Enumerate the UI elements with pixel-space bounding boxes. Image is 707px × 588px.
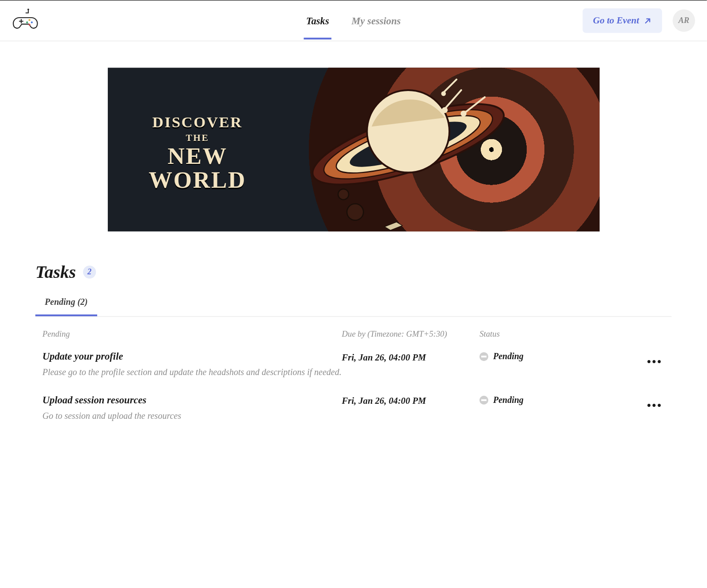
tasks-subtabs: Pending (2) xyxy=(35,292,672,317)
svg-point-0 xyxy=(27,8,29,10)
tab-tasks[interactable]: Tasks xyxy=(304,2,331,39)
task-description: Go to session and upload the resources xyxy=(42,410,342,422)
col-due: Due by (Timezone: GMT+5:30) xyxy=(342,330,480,339)
banner-line-4: WORLD xyxy=(149,166,247,194)
col-status: Status xyxy=(479,330,617,339)
task-title: Update your profile xyxy=(42,351,342,363)
task-row-menu[interactable]: ••• xyxy=(644,351,664,373)
event-banner: DISCOVER THE NEW WORLD xyxy=(107,68,599,231)
task-status-label: Pending xyxy=(493,395,524,405)
svg-point-12 xyxy=(441,107,447,113)
planet-illustration xyxy=(308,74,520,231)
top-bar: Tasks My sessions Go to Event AR xyxy=(0,0,707,41)
svg-point-1 xyxy=(29,19,30,21)
subtab-pending[interactable]: Pending (2) xyxy=(35,292,97,316)
go-to-event-button[interactable]: Go to Event xyxy=(582,8,662,33)
task-title: Upload session resources xyxy=(42,395,342,406)
task-status: Pending xyxy=(479,351,617,361)
task-due: Fri, Jan 26, 04:00 PM xyxy=(342,351,480,363)
svg-point-14 xyxy=(441,91,446,96)
banner-line-3: NEW xyxy=(149,142,247,170)
status-pending-icon xyxy=(479,395,488,404)
status-pending-icon xyxy=(479,352,488,361)
task-status: Pending xyxy=(479,395,617,405)
task-row: Update your profile Please go to the pro… xyxy=(35,347,672,391)
user-avatar[interactable]: AR xyxy=(673,9,695,32)
task-row-menu[interactable]: ••• xyxy=(644,395,664,417)
task-status-label: Pending xyxy=(493,352,524,362)
external-link-icon xyxy=(644,17,651,24)
main-nav-tabs: Tasks My sessions xyxy=(304,0,403,41)
svg-point-2 xyxy=(31,22,33,23)
task-row: Upload session resources Go to session a… xyxy=(35,391,672,434)
svg-point-3 xyxy=(29,24,30,26)
task-description: Please go to the profile section and upd… xyxy=(42,366,342,379)
go-to-event-label: Go to Event xyxy=(593,15,639,26)
banner-line-1: DISCOVER xyxy=(149,114,247,131)
svg-point-4 xyxy=(26,22,28,23)
col-pending: Pending xyxy=(42,330,342,339)
svg-point-13 xyxy=(460,111,466,117)
app-logo[interactable] xyxy=(12,8,39,33)
svg-point-10 xyxy=(346,204,363,220)
tasks-count-badge: 2 xyxy=(83,266,96,278)
task-due: Fri, Jan 26, 04:00 PM xyxy=(342,395,480,406)
tasks-section: Tasks 2 Pending (2) Pending Due by (Time… xyxy=(35,262,672,434)
event-banner-wrap: DISCOVER THE NEW WORLD xyxy=(0,41,707,254)
tasks-heading: Tasks xyxy=(35,262,76,282)
svg-point-11 xyxy=(338,189,348,200)
tab-my-sessions[interactable]: My sessions xyxy=(349,2,403,39)
tasks-column-headers: Pending Due by (Timezone: GMT+5:30) Stat… xyxy=(35,317,672,347)
